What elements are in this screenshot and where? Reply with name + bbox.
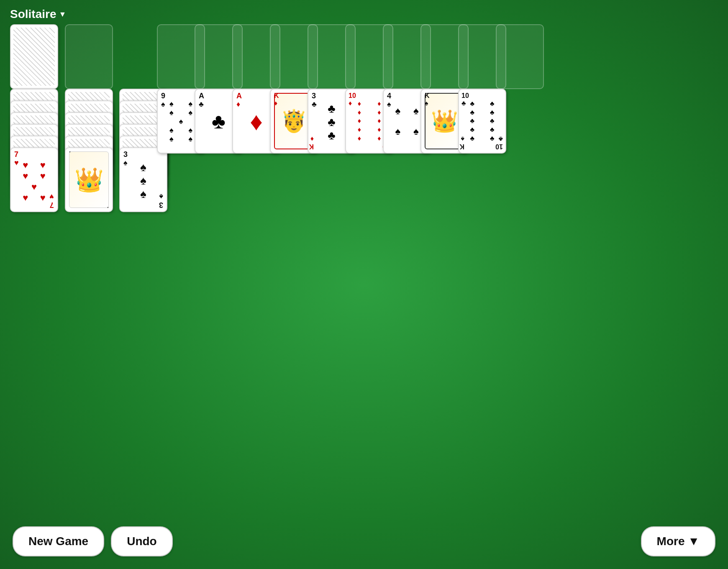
- waste-pile: [65, 24, 113, 89]
- tableau-7-top[interactable]: K♦ K♦ 🤴: [270, 89, 318, 154]
- pip: ♠: [169, 135, 174, 144]
- left-buttons: New Game Undo: [13, 526, 173, 556]
- more-button[interactable]: More ▼: [641, 526, 715, 556]
- pip: ♦: [377, 135, 381, 142]
- pip: ♥: [23, 160, 28, 171]
- pip: ♣: [328, 115, 335, 129]
- stock-pile[interactable]: [10, 24, 58, 89]
- pip: ♦: [377, 126, 381, 133]
- pip: ♣: [328, 102, 335, 115]
- pip: ♠: [413, 105, 419, 117]
- card-rank-br: K♦: [274, 92, 314, 150]
- button-bar: New Game Undo More ▼: [0, 526, 728, 556]
- pip: ♠: [188, 108, 192, 117]
- undo-button[interactable]: Undo: [111, 526, 173, 556]
- tableau-1-top[interactable]: 7♥ 7♥ ♥ ♥ ♥ ♥ ♥ ♥ ♥: [10, 147, 58, 212]
- pip: ♠: [169, 126, 174, 135]
- title-text: Solitaire: [10, 8, 56, 21]
- pip: ♥: [40, 192, 46, 203]
- tableau-2-top[interactable]: K♣ K♣ 👑: [65, 147, 113, 212]
- tableau-12-top[interactable]: 10♣ 10♣ ♣ ♣ ♣ ♣ ♣ ♣ ♣ ♣ ♣ ♣: [458, 89, 506, 154]
- pip: ♣: [470, 117, 475, 125]
- pip: ♠: [140, 161, 146, 174]
- foundation-10[interactable]: [496, 24, 544, 89]
- ace-center: ♦: [250, 107, 263, 136]
- pip: ♥: [40, 171, 46, 182]
- king-face: 👑: [74, 166, 104, 194]
- pip: ♥: [31, 182, 37, 192]
- pip: ♣: [470, 100, 475, 108]
- tableau-3-top[interactable]: 3♠ 3♠ ♠ ♠ ♠: [119, 147, 167, 212]
- app-title[interactable]: Solitaire ▼: [10, 8, 66, 21]
- pip: ♠: [413, 126, 419, 137]
- pip: ♠: [140, 174, 146, 187]
- pip: ♠: [188, 100, 192, 108]
- pip: ♣: [490, 126, 495, 133]
- pip: ♣: [470, 109, 475, 116]
- title-dropdown-arrow: ▼: [59, 10, 66, 19]
- pip: ♣: [490, 109, 495, 116]
- pip: ♣: [328, 129, 335, 142]
- pip: ♦: [358, 117, 361, 125]
- pip: ♦: [358, 109, 361, 116]
- pip: ♦: [358, 135, 361, 142]
- pip: ♥: [23, 171, 28, 182]
- pip: ♠: [395, 126, 400, 137]
- pip: ♠: [395, 105, 400, 117]
- pip: ♣: [470, 126, 475, 133]
- pip: ♦: [358, 126, 361, 133]
- new-game-button[interactable]: New Game: [13, 526, 104, 556]
- ace-center: ♣: [212, 109, 226, 133]
- pip: ♠: [188, 126, 192, 135]
- pip: ♣: [490, 117, 495, 125]
- pip: ♠: [188, 135, 192, 144]
- tableau-11-top[interactable]: K♠ K♠ 👑: [420, 89, 469, 154]
- pip: ♦: [377, 100, 381, 108]
- pip: ♠: [169, 100, 174, 108]
- pip: ♥: [40, 160, 46, 171]
- pip: ♦: [377, 117, 381, 125]
- pip: ♦: [377, 109, 381, 116]
- pip: ♣: [470, 135, 475, 142]
- pip: ♦: [358, 100, 361, 108]
- pip: ♠: [179, 117, 183, 126]
- pip: ♣: [490, 100, 495, 108]
- pip: ♣: [490, 135, 495, 142]
- pip: ♠: [169, 108, 174, 117]
- pip: ♠: [140, 187, 146, 201]
- pip: ♥: [23, 192, 28, 203]
- card-rank-br: K♠: [425, 92, 464, 150]
